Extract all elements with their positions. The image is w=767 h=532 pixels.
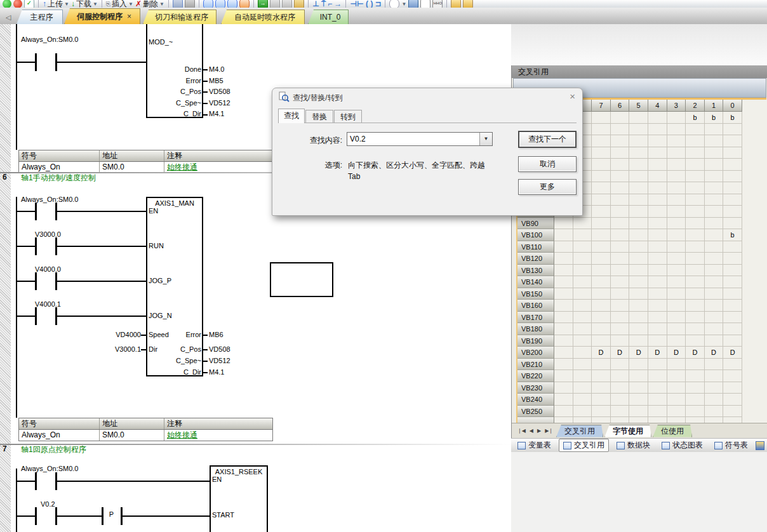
xref-cell[interactable]: [723, 276, 742, 288]
xref-cell[interactable]: [573, 229, 592, 241]
xref-cell[interactable]: [667, 323, 686, 335]
xref-cell[interactable]: [686, 218, 705, 230]
xref-cell[interactable]: [667, 417, 686, 423]
xref-cell[interactable]: [629, 312, 648, 324]
xref-cell[interactable]: [611, 312, 630, 324]
xref-cell[interactable]: [686, 229, 705, 241]
xref-cell[interactable]: [611, 382, 630, 394]
xref-cell[interactable]: [648, 112, 667, 124]
operand[interactable]: M4.1: [209, 110, 224, 117]
network-title[interactable]: 轴1手动控制/速度控制: [21, 173, 96, 183]
chevron-down-icon[interactable]: ▼: [159, 1, 164, 7]
xref-row-header[interactable]: VB170: [517, 312, 554, 324]
xref-cell[interactable]: [648, 171, 667, 183]
xref-cell[interactable]: [723, 370, 742, 382]
xref-cell[interactable]: [667, 276, 686, 288]
xref-cell[interactable]: [611, 241, 630, 253]
empty-box-placeholder[interactable]: [270, 262, 333, 297]
contact-icon[interactable]: [35, 53, 37, 71]
xref-cell[interactable]: [592, 182, 611, 194]
xref-cell[interactable]: [648, 229, 667, 241]
xref-cell[interactable]: [667, 300, 686, 312]
status-chart-button[interactable]: 状态图表: [658, 439, 707, 451]
xref-cell[interactable]: [554, 253, 573, 265]
xref-cell[interactable]: [648, 182, 667, 194]
xref-cell[interactable]: [648, 218, 667, 230]
xref-cell[interactable]: [592, 147, 611, 159]
xref-cell[interactable]: [667, 229, 686, 241]
xref-cell[interactable]: [723, 335, 742, 347]
operand[interactable]: V3000.1: [95, 345, 141, 353]
xref-cell[interactable]: [705, 124, 724, 136]
xref-cell[interactable]: [629, 253, 648, 265]
xref-cell[interactable]: [648, 323, 667, 335]
chevron-down-icon[interactable]: ▼: [93, 1, 98, 7]
xref-cell[interactable]: [648, 241, 667, 253]
xref-cell[interactable]: [723, 312, 742, 324]
find-what-input[interactable]: [347, 133, 483, 145]
xref-cell[interactable]: [648, 359, 667, 371]
xref-cell[interactable]: [723, 147, 742, 159]
dialog-tab-replace[interactable]: 替换: [305, 110, 333, 123]
xref-cell[interactable]: [592, 288, 611, 300]
xref-cell[interactable]: D: [705, 347, 724, 359]
xref-cell[interactable]: [573, 382, 592, 394]
cross-reference-button[interactable]: 交叉引用: [559, 439, 609, 452]
xref-cell[interactable]: [686, 241, 705, 253]
xref-cell[interactable]: [629, 124, 648, 136]
combo-dropdown-icon[interactable]: ▼: [479, 133, 492, 145]
tab-scroll-left-icon[interactable]: ◁: [0, 13, 17, 24]
xref-cell[interactable]: [667, 182, 686, 194]
chevron-down-icon[interactable]: ▼: [64, 1, 69, 7]
xref-cell[interactable]: [723, 265, 742, 277]
xref-cell[interactable]: [667, 194, 686, 206]
xref-cell[interactable]: [686, 253, 705, 265]
operand[interactable]: MB6: [209, 331, 223, 338]
xref-cell[interactable]: [667, 335, 686, 347]
xref-row-header[interactable]: VB200: [517, 347, 554, 359]
xref-cell[interactable]: [686, 300, 705, 312]
xref-cell[interactable]: [705, 206, 724, 218]
xref-cell[interactable]: [629, 159, 648, 171]
xref-cell[interactable]: [611, 406, 630, 418]
xref-cell[interactable]: [648, 335, 667, 347]
xref-cell[interactable]: [705, 253, 724, 265]
xref-cell[interactable]: [723, 417, 742, 423]
xref-cell[interactable]: [592, 323, 611, 335]
operand[interactable]: VD512: [209, 99, 230, 107]
xref-cell[interactable]: [723, 382, 742, 394]
xref-cell[interactable]: [705, 394, 724, 406]
xref-cell[interactable]: [648, 370, 667, 382]
xref-row-header[interactable]: VB220: [517, 370, 554, 382]
xref-cell[interactable]: [611, 147, 630, 159]
xref-cell[interactable]: [629, 265, 648, 277]
xref-row-header[interactable]: VB110: [517, 241, 554, 253]
xref-row-header[interactable]: VB130: [517, 265, 554, 277]
xref-row-header[interactable]: VB160: [517, 300, 554, 312]
xref-cell[interactable]: [554, 241, 573, 253]
xref-cell[interactable]: [686, 370, 705, 382]
xref-cell[interactable]: [686, 417, 705, 423]
xref-cell[interactable]: [723, 206, 742, 218]
xref-cell[interactable]: [667, 112, 686, 124]
xref-cell[interactable]: [629, 147, 648, 159]
xref-cell[interactable]: [554, 288, 573, 300]
xref-cell[interactable]: D: [723, 347, 742, 359]
prev-sheet-icon[interactable]: ◀: [530, 428, 533, 434]
symbol-table-row[interactable]: Always_On SM0.0 始终接通: [19, 162, 272, 173]
xref-row-header[interactable]: VB180: [517, 323, 554, 335]
xref-cell[interactable]: [667, 206, 686, 218]
xref-cell[interactable]: [705, 335, 724, 347]
xref-cell[interactable]: [611, 194, 630, 206]
xref-cell[interactable]: [554, 347, 573, 359]
xref-cell[interactable]: [723, 288, 742, 300]
xref-cell[interactable]: [592, 159, 611, 171]
operand[interactable]: VD508: [209, 88, 230, 95]
xref-cell[interactable]: [554, 218, 573, 230]
symbol-table-button[interactable]: 符号表: [710, 439, 752, 451]
xref-cell[interactable]: [667, 312, 686, 324]
xref-cell[interactable]: [686, 159, 705, 171]
xref-cell[interactable]: [629, 288, 648, 300]
xref-cell[interactable]: [573, 288, 592, 300]
close-icon[interactable]: ×: [570, 91, 575, 102]
